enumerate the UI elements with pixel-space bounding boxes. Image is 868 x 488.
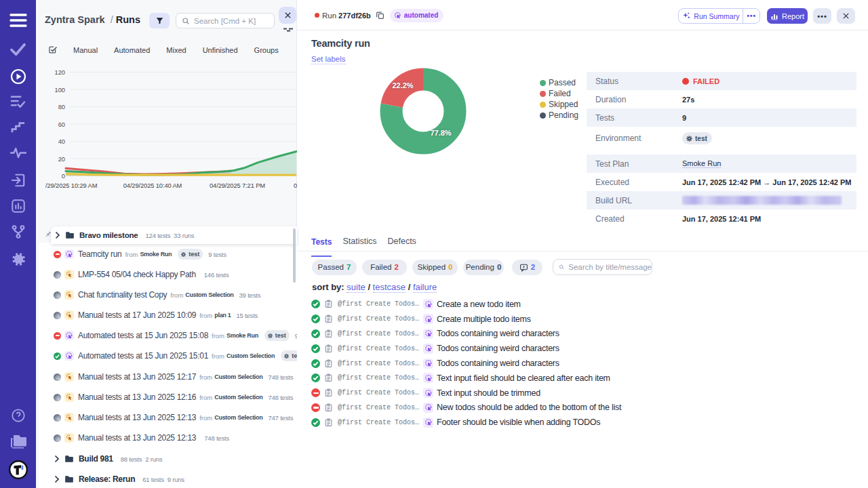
svg-text:60: 60 bbox=[58, 121, 65, 128]
svg-text:0: 0 bbox=[62, 173, 65, 180]
svg-text:80: 80 bbox=[58, 104, 65, 110]
svg-text:22.2%: 22.2% bbox=[392, 81, 413, 89]
svg-text:20: 20 bbox=[58, 156, 65, 163]
svg-text:04/29/2025 7:21 PM: 04/29/2025 7:21 PM bbox=[210, 182, 265, 189]
svg-text:77.8%: 77.8% bbox=[430, 129, 451, 137]
svg-text:/29/2025 10:29 AM: /29/2025 10:29 AM bbox=[45, 182, 97, 189]
svg-text:40: 40 bbox=[58, 138, 65, 145]
svg-text:04/29/2025 10:40 AM: 04/29/2025 10:40 AM bbox=[123, 182, 182, 189]
svg-text:120: 120 bbox=[54, 69, 65, 76]
svg-text:100: 100 bbox=[54, 87, 65, 94]
